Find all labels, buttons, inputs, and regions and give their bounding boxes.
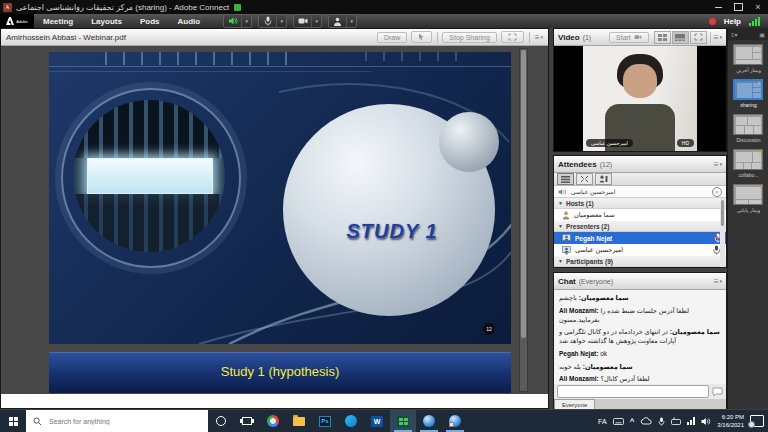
slide-photo	[73, 100, 225, 252]
active-speaker-phone-icon	[558, 188, 567, 196]
clock[interactable]: 6:20 PM 3/16/2021	[717, 413, 744, 430]
menu-meeting[interactable]: Meeting	[34, 14, 82, 28]
share-pod-menu-icon[interactable]: ≡▾	[535, 33, 543, 42]
minimize-button[interactable]	[708, 0, 728, 14]
layout-thumb-1[interactable]	[733, 44, 763, 65]
status-control[interactable]: ▾	[328, 14, 357, 28]
maximize-button[interactable]	[728, 0, 748, 14]
menu-bar: Adobe Meeting Layouts Pods Audio ▾ ▾ ▾	[0, 14, 768, 28]
maximize-icon	[734, 3, 743, 11]
attendees-scrollbar[interactable]	[720, 198, 725, 267]
cortana-icon	[216, 416, 226, 426]
attendee-row-host[interactable]: سما معصومیان	[554, 209, 726, 221]
close-button[interactable]: ×	[748, 0, 768, 14]
everyone-tab[interactable]: Everyone	[554, 399, 595, 409]
cortana-button[interactable]	[208, 410, 234, 432]
layout-thumb-collaboration[interactable]	[733, 149, 763, 170]
file-explorer-button[interactable]	[286, 410, 312, 432]
share-scrollbar-thumb[interactable]	[521, 50, 526, 338]
draw-button[interactable]: Draw	[377, 32, 407, 43]
share-fullscreen-button[interactable]	[501, 31, 524, 43]
share-scrollbar[interactable]	[519, 48, 528, 392]
video-fullscreen-button[interactable]	[690, 31, 707, 44]
start-webcam-button[interactable]: Start	[609, 32, 649, 43]
menu-audio[interactable]: Audio	[168, 14, 209, 28]
attendees-pod-menu-icon[interactable]: ≡▾	[714, 160, 722, 169]
network-signal-icon[interactable]	[687, 417, 695, 425]
status-view-button[interactable]	[595, 173, 612, 185]
blue-sphere-settings-app-icon	[449, 415, 461, 427]
word-button[interactable]: W	[364, 410, 390, 432]
webcam-control[interactable]: ▾	[293, 14, 322, 28]
menu-layouts[interactable]: Layouts	[82, 14, 131, 28]
onedrive-cloud-icon[interactable]	[640, 417, 652, 425]
microphone-control[interactable]: ▾	[258, 14, 287, 28]
microphone-icon	[259, 15, 276, 27]
chat-message: Pegah Nejat: ok	[559, 350, 721, 359]
tray-drive-icon[interactable]	[671, 417, 681, 425]
webcam-icon	[294, 15, 311, 27]
edge-button[interactable]	[338, 410, 364, 432]
file-explorer-icon	[293, 417, 305, 426]
stop-sharing-button[interactable]: Stop Sharing	[442, 32, 496, 43]
help-menu[interactable]: Help	[724, 17, 741, 26]
start-button[interactable]	[0, 410, 26, 432]
blue-sphere-app-icon	[423, 415, 435, 427]
layouts-collapse-icon[interactable]: ▣	[759, 31, 765, 38]
chat-send-button[interactable]	[712, 383, 723, 401]
speaker-control[interactable]: ▾	[223, 14, 252, 28]
tray-expand-icon[interactable]: ^	[630, 417, 635, 426]
volume-icon[interactable]	[701, 417, 711, 426]
task-view-button[interactable]	[234, 410, 260, 432]
search-input[interactable]	[47, 417, 181, 426]
video-fullscreen-icon	[694, 33, 703, 41]
layout-thumb-sharing[interactable]	[733, 79, 763, 100]
status-dropdown-icon[interactable]: ▾	[346, 15, 356, 27]
share-pod-content: STUDY 1 12 Study 1 (hypothesis) ↑ ↓ / 71…	[1, 46, 548, 394]
microphone-dropdown-icon[interactable]: ▾	[276, 15, 286, 27]
attendee-row-selected[interactable]: Pegah Nejat	[554, 232, 726, 244]
attendee-row-presenter[interactable]: امیرحسین عباسی	[554, 244, 726, 256]
attendees-scrollbar-thumb[interactable]	[721, 200, 724, 226]
webcam-dropdown-icon[interactable]: ▾	[311, 15, 321, 27]
video-pod-header: Video (1) Start	[554, 29, 726, 46]
active-app-button[interactable]	[390, 410, 416, 432]
active-speaker-row: امیرحسین عباسی ×	[554, 186, 726, 198]
adobe-a-icon	[6, 17, 14, 25]
photoshop-button[interactable]: Ps	[312, 410, 338, 432]
webcam-feed[interactable]: امیرحسین عباسی HD	[583, 46, 697, 151]
breakout-view-button[interactable]	[576, 173, 593, 185]
dismiss-active-speaker-icon[interactable]: ×	[712, 187, 722, 197]
presenters-group-header[interactable]: ▼ Presenters (2)	[554, 221, 726, 232]
chat-input[interactable]	[557, 385, 709, 398]
hosts-group-header[interactable]: ▼ Hosts (1)	[554, 198, 726, 209]
pointer-button[interactable]	[411, 31, 432, 43]
presenters-caret-icon: ▼	[558, 223, 563, 229]
chrome-button[interactable]	[260, 410, 286, 432]
menu-pods[interactable]: Pods	[131, 14, 169, 28]
layouts-menu-icon[interactable]: ≡▾	[731, 31, 738, 38]
language-indicator[interactable]: FA	[598, 418, 607, 425]
open-app-button-2[interactable]	[442, 410, 468, 432]
connection-signal-icon[interactable]	[749, 17, 760, 26]
layout-thumb-discussion[interactable]	[733, 114, 763, 135]
action-center-icon[interactable]	[750, 415, 764, 427]
participants-group-header[interactable]: ▼ Participants (9)	[554, 256, 726, 267]
share-pod-title: Amirhossein Abbasi - Webinar.pdf	[6, 33, 126, 42]
start-webcam-label: Start	[616, 34, 631, 41]
edge-icon	[345, 415, 357, 427]
layout-label-1: وبینار آخرین	[728, 67, 768, 73]
tray-mic-icon[interactable]	[658, 417, 665, 426]
grid-view-button[interactable]	[654, 31, 671, 44]
attendee-list-view-button[interactable]	[557, 173, 574, 185]
attendee-name: Pegah Nejat	[575, 235, 612, 242]
keyboard-icon[interactable]	[613, 418, 624, 425]
taskbar-search[interactable]	[26, 410, 208, 432]
layout-thumb-5[interactable]	[733, 184, 763, 205]
host-icon	[562, 211, 570, 220]
filmstrip-view-button[interactable]	[672, 31, 689, 44]
video-pod-menu-icon[interactable]: ≡▾	[714, 33, 722, 42]
chat-pod-menu-icon[interactable]: ≡▾	[714, 277, 722, 286]
speaker-dropdown-icon[interactable]: ▾	[241, 15, 251, 27]
open-app-button-1[interactable]	[416, 410, 442, 432]
